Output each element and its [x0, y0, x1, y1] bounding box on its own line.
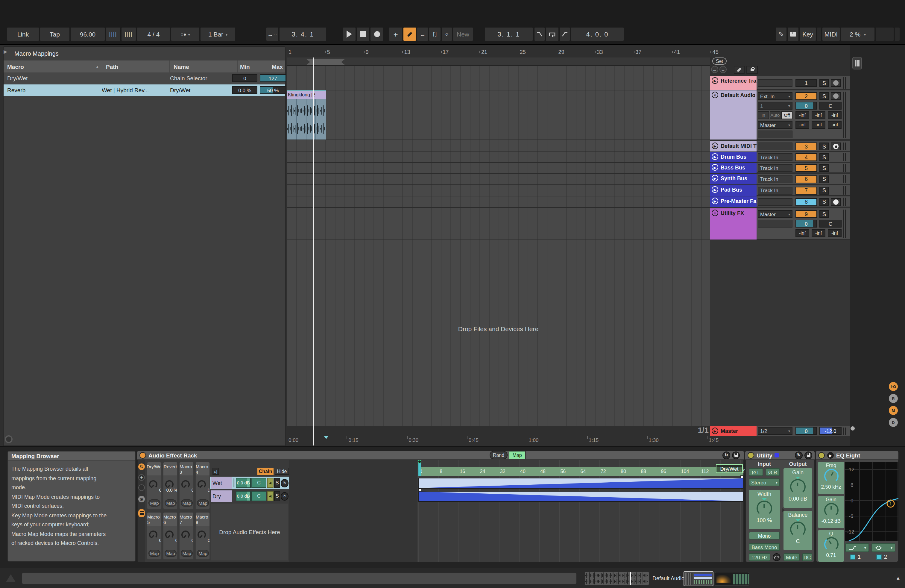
routing-field[interactable]: Track In — [758, 153, 792, 161]
macro-map-button[interactable]: Map — [181, 550, 193, 557]
q-knob[interactable] — [824, 537, 838, 551]
routing-field[interactable] — [758, 79, 792, 87]
gain-value[interactable]: -0.12 dB — [818, 518, 844, 524]
track-name[interactable]: ≡Utility FX — [710, 208, 757, 240]
send-value[interactable]: -inf — [828, 229, 841, 237]
record-button[interactable] — [370, 27, 383, 41]
show-macros-toggle[interactable]: ↻ — [138, 464, 145, 470]
track-number[interactable]: 5 — [795, 164, 817, 172]
macro-map-button[interactable]: Map — [165, 499, 176, 507]
phase-invert-left[interactable]: Ø L — [749, 468, 763, 476]
device-on-led[interactable] — [748, 452, 754, 458]
balance-value[interactable]: C — [783, 538, 812, 544]
chain-name[interactable]: Dry — [211, 490, 232, 502]
dry-zone-handle[interactable] — [418, 489, 421, 492]
link-button[interactable]: Link — [7, 27, 39, 41]
macro-control[interactable]: Dry/Wet0Map — [147, 462, 162, 510]
track-name[interactable]: ▶Reference Tra — [710, 76, 757, 90]
punch-in-icon[interactable] — [535, 27, 545, 41]
io-section-toggle[interactable]: I-O — [889, 382, 898, 391]
wet-zone-bar[interactable] — [418, 478, 743, 489]
track-number[interactable]: 6 — [795, 175, 817, 183]
track-header[interactable]: ▶Synth BusTrack In6S — [710, 174, 850, 184]
drop-effects-zone[interactable]: Drop Audio Effects Here — [211, 504, 288, 561]
time-ruler[interactable]: 0:000:150:300:451:001:151:301:45 — [287, 435, 710, 446]
routing-field[interactable]: Track In — [758, 164, 792, 172]
solo-button[interactable]: S — [819, 79, 829, 87]
routing-field[interactable] — [758, 220, 792, 227]
eq-q-control[interactable]: Q 0.71 — [818, 530, 844, 562]
returns-section-toggle[interactable]: R — [889, 394, 898, 403]
macro-value[interactable]: 0 — [164, 538, 178, 543]
track-name[interactable]: ▶Drum Bus — [710, 152, 757, 162]
chain-volume[interactable]: 0.0 dB — [236, 491, 251, 501]
send-value[interactable]: -inf — [795, 121, 809, 129]
track-name[interactable]: ▶Master — [710, 426, 757, 436]
track-number[interactable]: 8 — [795, 198, 817, 206]
mapping-max-field[interactable]: 50 % — [260, 86, 286, 94]
arm-button[interactable] — [831, 79, 841, 87]
track-header[interactable]: ▼Default AudioExt. In▾2S1▾0CInAutoOff-in… — [710, 91, 850, 140]
add-macro-button[interactable]: + — [138, 474, 145, 481]
width-control[interactable]: Width 100 % — [749, 490, 780, 529]
track-name[interactable]: ▼Default Audio — [710, 91, 757, 140]
loop-switch-circle[interactable]: ○ — [442, 27, 452, 41]
chain-row-dry[interactable]: Dry 0.0 dB C ◄ S ↻ — [210, 490, 289, 502]
track-number[interactable]: 2 — [795, 92, 817, 100]
bass-mono-freq[interactable]: 120 Hz — [749, 553, 770, 561]
play-icon[interactable]: ▶ — [712, 198, 718, 204]
balance-control[interactable]: Balance C — [783, 511, 812, 550]
routing-menu[interactable]: Ext. In▾ — [758, 92, 792, 100]
back-to-arrangement-button[interactable]: ← — [417, 27, 428, 41]
track-name[interactable]: ▶Bass Bus — [710, 163, 757, 173]
play-icon[interactable]: ▶ — [712, 175, 718, 181]
send-value[interactable]: -inf — [828, 121, 841, 129]
master-track-header[interactable]: ▶Master1/2▾0-12.0 — [710, 426, 850, 436]
wet-zone-handle[interactable] — [740, 475, 743, 478]
delay-section-toggle[interactable]: D — [889, 418, 898, 427]
track-number[interactable]: 4 — [795, 153, 817, 161]
track-header[interactable]: ▶Drum BusTrack In4S — [710, 152, 850, 162]
macro-control[interactable]: Macro 50Map — [147, 512, 162, 560]
macro-map-button[interactable]: Map — [197, 499, 209, 507]
key-map-button[interactable]: Key — [800, 27, 816, 41]
arrangement-position-field[interactable]: 3. 4. 1 — [279, 27, 326, 41]
monitor-off[interactable]: Off — [781, 111, 792, 119]
routing-menu[interactable]: 1▾ — [758, 102, 792, 110]
device-on-led[interactable] — [818, 452, 825, 458]
stop-button[interactable] — [357, 27, 369, 41]
loop-end-marker[interactable] — [324, 436, 329, 439]
mute-button[interactable]: Mute — [783, 553, 800, 561]
tap-tempo-button[interactable]: Tap — [40, 27, 70, 41]
band1-activator[interactable] — [850, 555, 855, 560]
mapping-row[interactable]: ReverbWet | Hybrid Rev...Dry/Wet0.0 %50 … — [3, 84, 285, 96]
solo-button[interactable]: S — [819, 210, 829, 218]
clip-overview[interactable] — [584, 571, 649, 586]
macro-map-button[interactable]: Map — [165, 550, 176, 557]
chain-name[interactable]: Wet — [211, 477, 232, 489]
solo-button[interactable]: S — [819, 198, 829, 206]
prev-locator-button[interactable]: ← — [711, 66, 718, 73]
unfold-icon[interactable]: ▼ — [712, 92, 718, 98]
rack-title-bar[interactable]: Audio Effect Rack Rand Map ↻ — [137, 451, 744, 460]
band2-filter-type-menu[interactable]: ▾ — [872, 543, 895, 552]
track-number[interactable]: 7 — [795, 186, 817, 194]
monitor-switch[interactable]: InAutoOff — [758, 111, 792, 119]
mapping-max-field[interactable]: 127 — [260, 74, 286, 82]
track-lanes[interactable] — [287, 66, 710, 426]
eq-gain-control[interactable]: Gain -0.12 dB — [818, 496, 844, 528]
eq-title-bar[interactable]: ▶ EQ Eight — [816, 451, 899, 460]
eq-display[interactable]: 1 12 6 0 -6 -12 — [845, 462, 899, 541]
track-header[interactable]: ▶Pre-Master Fa8S — [710, 196, 850, 207]
clip-title[interactable]: Klingklong [2 — [287, 91, 326, 99]
send-value[interactable]: -inf — [811, 229, 826, 237]
play-icon[interactable]: ▶ — [712, 143, 718, 149]
send-value[interactable]: -inf — [795, 111, 809, 119]
loop-brace[interactable] — [306, 59, 345, 65]
track-name[interactable]: ▶Pad Bus — [710, 185, 757, 196]
device-on-led[interactable] — [140, 452, 146, 458]
track-number[interactable]: 9 — [795, 210, 817, 218]
routing-field[interactable]: Track In — [758, 175, 792, 183]
macro-control[interactable]: Macro 80Map — [195, 512, 210, 560]
track-number[interactable]: 3 — [795, 143, 817, 150]
